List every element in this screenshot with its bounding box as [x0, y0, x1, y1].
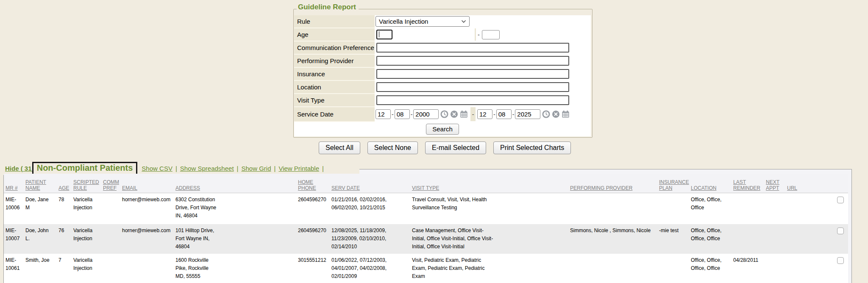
service-date-to-day-input[interactable]: [496, 109, 512, 119]
age-to-input[interactable]: [482, 30, 500, 39]
insurance-input[interactable]: [376, 69, 569, 79]
cell-address: 6302 Constitution Drive, Fort Wayne IN, …: [174, 193, 296, 224]
cell-patient-name: Doe, John L.: [24, 224, 57, 254]
clear-icon[interactable]: [450, 110, 458, 118]
cell-email: [120, 254, 174, 283]
column-header-age[interactable]: AGE: [57, 174, 72, 193]
cell-performing-provider: [568, 193, 657, 224]
performing-provider-input[interactable]: [376, 56, 569, 66]
column-header-serv-date[interactable]: SERV DATE: [330, 174, 410, 193]
actions-bar: Select All Select None E-mail Selected P…: [319, 142, 571, 154]
show-grid-link[interactable]: Show Grid: [241, 165, 271, 172]
cell-performing-provider: Simmons, Nicole , Simmons, Nicole: [568, 224, 657, 254]
location-input[interactable]: [376, 82, 569, 92]
cell-comm-pref: [101, 193, 120, 224]
guideline-report-legend: Guideline Report: [297, 3, 359, 11]
column-header-email[interactable]: EMAIL: [120, 174, 174, 193]
column-header-insurance-plan[interactable]: INSURANCEPLAN: [657, 174, 689, 193]
column-header-address[interactable]: ADDRESS: [174, 174, 296, 193]
clear-icon[interactable]: [552, 110, 560, 118]
visit-type-label: Visit Type: [294, 94, 375, 107]
column-header-performing-provider[interactable]: PERFORMING PROVIDER: [568, 174, 657, 193]
cell-last-reminder: [732, 224, 764, 254]
performing-provider-row: Performing Provider: [294, 55, 591, 68]
show-spreadsheet-link[interactable]: Show Spreadsheet: [180, 165, 234, 172]
cell-home-phone: 2604596270: [296, 224, 330, 254]
cell-url: [785, 224, 835, 254]
patient-row: MIE-10006 Doe, Jane M 78 Varicella Injec…: [4, 193, 848, 224]
select-patient-checkbox[interactable]: [837, 197, 844, 203]
clock-icon[interactable]: [542, 110, 550, 118]
cell-location: Office, Office, Office: [689, 193, 732, 224]
select-none-button[interactable]: Select None: [367, 142, 418, 154]
clock-icon[interactable]: [440, 110, 448, 118]
cell-location: Office, Office, Office, Office: [689, 254, 732, 283]
service-date-to-year-input[interactable]: [515, 109, 540, 119]
cell-scripted-rule: Varicella Injection: [72, 193, 101, 224]
location-label: Location: [294, 81, 375, 94]
calendar-icon[interactable]: [460, 110, 468, 118]
service-date-from-month-input[interactable]: [376, 109, 391, 119]
column-header-home-phone[interactable]: HOMEPHONE: [296, 174, 330, 193]
search-button[interactable]: Search: [426, 124, 459, 135]
service-date-from-year-input[interactable]: [413, 109, 439, 119]
column-header-location[interactable]: LOCATION: [689, 174, 732, 193]
print-selected-charts-button[interactable]: Print Selected Charts: [493, 142, 571, 154]
column-header-scripted-rule[interactable]: SCRIPTEDRULE: [72, 174, 101, 193]
cell-patient-name: Doe, Jane M: [24, 193, 57, 224]
view-printable-link[interactable]: View Printable: [278, 165, 319, 172]
cell-mr: MIE-10006: [4, 193, 24, 224]
cell-last-reminder: [732, 193, 764, 224]
select-all-button[interactable]: Select All: [319, 142, 360, 154]
cell-address: 1600 Rockville Pike, Rockville MD, 55555: [174, 254, 296, 283]
chevron-down-icon: [461, 20, 466, 23]
column-header-mr[interactable]: MR #: [4, 174, 24, 193]
column-header-patient-name[interactable]: PATIENTNAME: [24, 174, 57, 193]
search-row: Search: [294, 122, 591, 136]
calendar-icon[interactable]: [562, 110, 570, 118]
column-header-comm-pref[interactable]: COMMPREF: [101, 174, 120, 193]
patients-table: MR # PATIENTNAME AGE SCRIPTEDRULE COMMPR…: [4, 174, 848, 283]
date-range-separator: -: [472, 111, 474, 118]
rule-select[interactable]: Varicella Injection: [376, 16, 470, 27]
hide-results-link[interactable]: Hide ( 31 ): [5, 165, 36, 172]
cell-visit-type: Visit, Pediatric Exam, Pediatric Exam, P…: [410, 254, 568, 283]
rule-label: Rule: [294, 15, 375, 28]
cell-url: [785, 254, 835, 283]
cell-next-appt: [764, 193, 785, 224]
email-selected-button[interactable]: E-mail Selected: [425, 142, 486, 154]
cell-age: 78: [57, 193, 72, 224]
performing-provider-label: Performing Provider: [294, 55, 375, 68]
cell-visit-type: Case Management, Office Visit-Initial, O…: [410, 224, 568, 254]
cell-insurance-plan: [657, 254, 689, 283]
age-row: Age -: [294, 28, 591, 42]
cell-age: 7: [57, 254, 72, 283]
insurance-row: Insurance: [294, 68, 591, 81]
cell-serv-date: 12/08/2025, 11/18/2009, 11/23/2009, 02/1…: [330, 224, 410, 254]
service-date-from-day-input[interactable]: [395, 109, 410, 119]
visit-type-input[interactable]: [376, 95, 569, 105]
cell-serv-date: 01/21/2016, 02/02/2016, 06/02/2020, 10/2…: [330, 193, 410, 224]
cell-email: horner@mieweb.com: [120, 224, 174, 254]
show-csv-link[interactable]: Show CSV: [142, 165, 172, 172]
table-header-row: MR # PATIENTNAME AGE SCRIPTEDRULE COMMPR…: [4, 174, 848, 193]
column-header-visit-type[interactable]: VISIT TYPE: [410, 174, 568, 193]
column-header-url[interactable]: URL: [785, 174, 835, 193]
communication-preference-input[interactable]: [376, 43, 569, 53]
service-date-label: Service Date: [294, 107, 375, 122]
cell-next-appt: [764, 224, 785, 254]
visit-type-row: Visit Type: [294, 94, 591, 107]
column-header-last-reminder[interactable]: LASTREMINDER: [732, 174, 764, 193]
cell-last-reminder: 04/28/2011: [732, 254, 764, 283]
service-date-to-month-input[interactable]: [477, 109, 492, 119]
insurance-label: Insurance: [294, 68, 375, 81]
rule-select-value: Varicella Injection: [379, 18, 428, 25]
results-legend: Hide ( 31 ) Non-Compliant Patients Show …: [3, 161, 359, 175]
link-separator: |: [175, 165, 177, 172]
select-patient-checkbox[interactable]: [837, 257, 844, 264]
select-patient-checkbox[interactable]: [837, 228, 844, 234]
rule-row: Rule Varicella Injection: [294, 15, 591, 28]
cell-insurance-plan: -mie test: [657, 224, 689, 254]
column-header-next-appt[interactable]: NEXTAPPT: [764, 174, 785, 193]
results-title-box: Non-Compliant Patients: [32, 162, 138, 175]
